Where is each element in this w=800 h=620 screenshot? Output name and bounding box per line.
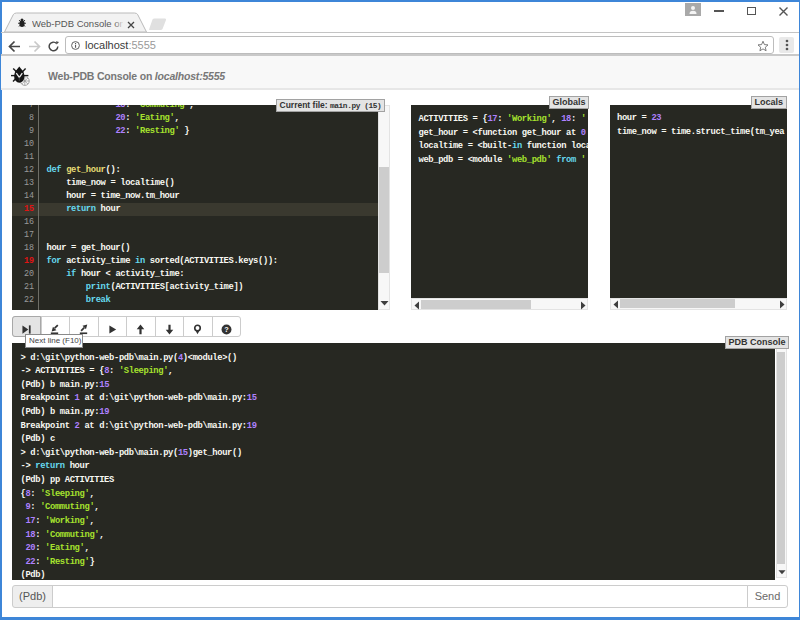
svg-text:?: ? xyxy=(224,325,229,334)
